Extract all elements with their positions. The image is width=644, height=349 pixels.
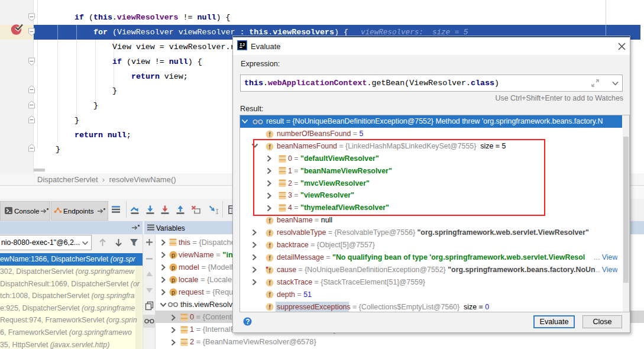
svg-text:p: p bbox=[171, 289, 175, 296]
svg-text:p: p bbox=[171, 264, 175, 271]
svg-text:?: ? bbox=[245, 318, 250, 326]
svg-text:IJ: IJ bbox=[240, 43, 245, 47]
svg-text:p: p bbox=[171, 251, 175, 258]
svg-text:p: p bbox=[171, 276, 175, 283]
